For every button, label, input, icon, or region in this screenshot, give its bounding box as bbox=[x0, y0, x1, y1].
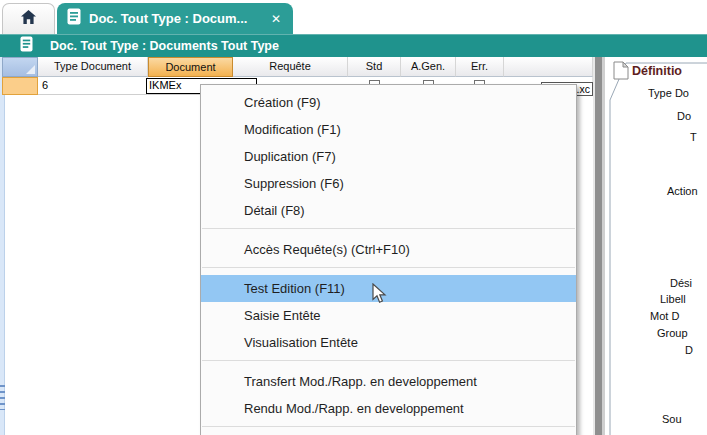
context-menu: Création (F9)Modification (F1)Duplicatio… bbox=[200, 84, 577, 435]
column-header-agen[interactable]: A.Gen. bbox=[401, 57, 456, 77]
close-icon[interactable]: ✕ bbox=[265, 12, 287, 26]
column-header-err[interactable]: Err. bbox=[456, 57, 504, 77]
field-label: Mot D bbox=[650, 310, 679, 322]
field-label: T bbox=[690, 131, 697, 143]
field-label: Group bbox=[657, 327, 688, 339]
column-header-empty[interactable] bbox=[504, 57, 593, 77]
tab-title: Doc. Tout Type : Docum... bbox=[89, 11, 265, 26]
field-label: Sou bbox=[662, 413, 682, 425]
grid-select-all-corner[interactable] bbox=[2, 57, 38, 77]
definition-panel: Définitio Type Do Do T Action Dési Libel… bbox=[605, 57, 707, 435]
menu-separator bbox=[202, 426, 575, 430]
window-title-bar: Doc. Tout Type : Documents Tout Type bbox=[0, 34, 707, 57]
vertical-splitter[interactable] bbox=[593, 57, 605, 435]
field-label: D bbox=[685, 344, 693, 356]
window-title: Doc. Tout Type : Documents Tout Type bbox=[50, 39, 279, 53]
panel-title: Définitio bbox=[632, 64, 682, 78]
tab-strip: Doc. Tout Type : Docum... ✕ bbox=[0, 0, 707, 34]
menu-item[interactable]: Rendu Mod./Rapp. en developpement bbox=[201, 395, 576, 422]
column-header-document[interactable]: Document bbox=[148, 57, 233, 77]
splitter-grip[interactable] bbox=[0, 385, 5, 410]
home-icon bbox=[20, 9, 37, 29]
column-header-requete[interactable]: Requête bbox=[233, 57, 348, 77]
home-tab[interactable] bbox=[2, 3, 55, 34]
mouse-cursor-icon bbox=[372, 283, 387, 309]
menu-separator bbox=[202, 228, 575, 232]
menu-item[interactable]: Suppression (F6) bbox=[201, 170, 576, 197]
menu-item[interactable]: Saisie Entête bbox=[201, 302, 576, 329]
column-header-std[interactable]: Std bbox=[348, 57, 401, 77]
menu-separator bbox=[202, 360, 575, 364]
page-icon bbox=[613, 61, 629, 84]
row-selector[interactable] bbox=[2, 77, 38, 95]
menu-item[interactable]: Accès Requête(s) (Ctrl+F10) bbox=[201, 236, 576, 263]
menu-item[interactable]: Transfert Mod./Rapp. en developpement bbox=[201, 368, 576, 395]
field-label: Action bbox=[667, 185, 698, 197]
menu-item[interactable]: Duplication (F7) bbox=[201, 143, 576, 170]
document-icon bbox=[67, 8, 81, 29]
column-header-type-document[interactable]: Type Document bbox=[38, 57, 148, 77]
field-label: Dési bbox=[670, 277, 692, 289]
menu-separator bbox=[202, 267, 575, 271]
field-label: Libell bbox=[660, 293, 686, 305]
menu-item[interactable]: Modification (F1) bbox=[201, 116, 576, 143]
field-label: Do bbox=[677, 110, 691, 122]
application-window: Doc. Tout Type : Docum... ✕ Doc. Tout Ty… bbox=[0, 0, 707, 435]
select-all-triangle-icon bbox=[26, 65, 35, 74]
menu-item[interactable]: Visualisation Entête bbox=[201, 329, 576, 356]
field-label: Type Do bbox=[648, 87, 689, 99]
cell-type-document[interactable]: 6 bbox=[38, 77, 148, 95]
menu-item[interactable]: Test Edition (F11) bbox=[201, 275, 576, 302]
left-splitter-strip bbox=[0, 57, 5, 435]
menu-item[interactable]: Création (F9) bbox=[201, 89, 576, 116]
tab-doc-tout-type[interactable]: Doc. Tout Type : Docum... ✕ bbox=[57, 3, 293, 34]
menu-item[interactable]: Détail (F8) bbox=[201, 197, 576, 224]
document-icon bbox=[20, 36, 33, 56]
